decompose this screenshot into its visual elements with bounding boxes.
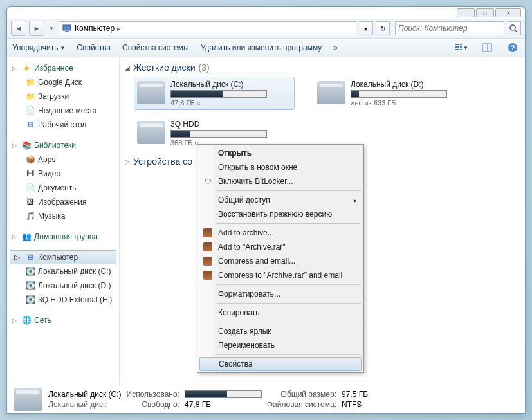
sidebar-item-recent[interactable]: 📄Недавние места	[10, 104, 116, 118]
ctx-share[interactable]: Общий доступ▸	[199, 193, 362, 207]
free-value: 47,8 ГБ	[185, 400, 262, 409]
network-group[interactable]: ▷🌐Сеть	[10, 313, 116, 327]
used-label: Использовано:	[127, 390, 179, 399]
search-box[interactable]	[395, 21, 504, 35]
drive-d[interactable]: Локальный диск (D:) дно из 833 ГБ	[314, 77, 475, 110]
back-button[interactable]: ◄	[11, 21, 26, 36]
homegroup[interactable]: ▷👥Домашняя группа	[10, 230, 116, 244]
ctx-open[interactable]: Открыть	[199, 146, 362, 160]
history-dropdown[interactable]: ▼	[47, 21, 56, 36]
sidebar-item-apps[interactable]: 📦Apps	[10, 152, 116, 167]
hard-disks-section[interactable]: ◢ Жесткие диски (3)	[125, 62, 520, 73]
usage-bar	[170, 90, 267, 98]
drive-icon: 💽	[25, 266, 35, 277]
ctx-add-to-rar[interactable]: Add to "Archive.rar"	[199, 240, 362, 254]
libraries-icon: 📚	[21, 140, 32, 151]
status-drive-type: Локальный диск	[48, 400, 122, 409]
svg-rect-1	[65, 31, 69, 32]
svg-rect-7	[460, 44, 462, 45]
address-text: Компьютер	[75, 24, 115, 33]
svg-rect-5	[455, 46, 459, 48]
drive-c[interactable]: Локальный диск (C:) 47,8 ГБ с	[134, 77, 295, 110]
favorites-group[interactable]: ▷★Избранное	[10, 61, 116, 75]
ctx-open-new-window[interactable]: Открыть в новом окне	[199, 160, 362, 174]
navigation-pane: ▷★Избранное 📁Google Диск 📁Загрузки 📄Неда…	[7, 57, 120, 385]
drive-name: 3Q HDD	[170, 120, 291, 129]
preview-pane-button[interactable]	[480, 41, 494, 55]
search-input[interactable]	[396, 24, 504, 33]
folder-icon: 📁	[25, 91, 35, 102]
address-dropdown[interactable]: ▾	[359, 21, 373, 35]
star-icon: ★	[21, 63, 32, 73]
desktop-icon: 🖥	[25, 120, 35, 130]
ctx-rename[interactable]: Переименовать	[199, 338, 362, 352]
status-drive-name: Локальный диск (C:)	[48, 390, 122, 399]
drive-free: 47,8 ГБ с	[170, 99, 291, 107]
toolbar: Упорядочить▼ Свойства Свойства системы У…	[7, 38, 525, 57]
content-area: ▷★Избранное 📁Google Диск 📁Загрузки 📄Неда…	[7, 57, 525, 385]
folder-icon: 📁	[25, 77, 35, 87]
ctx-compress-email[interactable]: Compress and email...	[199, 254, 362, 268]
ctx-copy[interactable]: Копировать	[199, 306, 362, 320]
documents-icon: 📄	[25, 183, 35, 193]
sidebar-item-downloads[interactable]: 📁Загрузки	[10, 89, 116, 104]
organize-menu[interactable]: Упорядочить▼	[12, 43, 65, 52]
svg-rect-0	[63, 25, 71, 30]
sidebar-item-videos[interactable]: 🎞Видео	[10, 167, 116, 181]
ctx-bitlocker[interactable]: 🛡Включить BitLocker...	[199, 174, 362, 188]
titlebar: ― □ ✕	[7, 7, 525, 19]
search-button[interactable]	[507, 21, 521, 35]
winrar-icon	[203, 242, 213, 252]
ctx-format[interactable]: Форматировать...	[199, 287, 362, 301]
properties-button[interactable]: Свойства	[77, 43, 111, 52]
usage-bar	[170, 130, 267, 138]
sidebar-drive-d[interactable]: 💽Локальный диск (D:)	[10, 278, 116, 293]
free-label: Свободно:	[127, 400, 179, 409]
collapse-icon: ◢	[125, 64, 130, 71]
libraries-group[interactable]: ▷📚Библиотеки	[10, 138, 116, 152]
shield-icon: 🛡	[203, 176, 213, 187]
sidebar-item-music[interactable]: 🎵Музыка	[10, 209, 116, 223]
refresh-button[interactable]: ↻	[376, 21, 390, 35]
uninstall-button[interactable]: Удалить или изменить программу	[201, 43, 322, 52]
network-icon: 🌐	[21, 315, 32, 325]
ctx-compress-rar-email[interactable]: Compress to "Archive.rar" and email	[199, 268, 362, 282]
help-button[interactable]: ?	[506, 41, 520, 55]
svg-rect-8	[460, 46, 462, 48]
pictures-icon: 🖼	[25, 197, 35, 207]
drive-icon	[14, 388, 42, 411]
drive-icon: 💽	[25, 280, 35, 291]
sidebar-drive-e[interactable]: 💽3Q HDD External (E:)	[10, 293, 116, 307]
ctx-add-to-archive[interactable]: Add to archive...	[199, 226, 362, 240]
svg-rect-10	[482, 44, 491, 51]
minimize-button[interactable]: ―	[457, 8, 475, 17]
forward-button[interactable]: ►	[29, 21, 44, 36]
address-bar[interactable]: Компьютер ▸	[59, 21, 356, 35]
computer-group[interactable]: ▷🖥Компьютер	[10, 250, 116, 264]
drive-icon	[137, 121, 165, 144]
ctx-create-shortcut[interactable]: Создать ярлык	[199, 324, 362, 338]
breadcrumb-arrow-icon[interactable]: ▸	[117, 25, 120, 32]
explorer-window: ― □ ✕ ◄ ► ▼ Компьютер ▸ ▾ ↻ Упорядочить▼…	[6, 6, 526, 414]
view-mode-button[interactable]: ▼	[454, 41, 468, 55]
system-properties-button[interactable]: Свойства системы	[122, 43, 189, 52]
maximize-button[interactable]: □	[476, 8, 494, 17]
sidebar-item-google-drive[interactable]: 📁Google Диск	[10, 75, 116, 89]
video-icon: 🎞	[25, 169, 35, 179]
sidebar-item-pictures[interactable]: 🖼Изображения	[10, 195, 116, 209]
svg-text:?: ?	[511, 44, 515, 51]
winrar-icon	[203, 270, 213, 280]
toolbar-overflow[interactable]: »	[333, 43, 338, 52]
details-pane: Локальный диск (C:) Использовано: Общий …	[7, 385, 525, 413]
total-value: 97,5 ГБ	[342, 390, 368, 399]
apps-icon: 📦	[25, 154, 35, 165]
sidebar-drive-c[interactable]: 💽Локальный диск (C:)	[10, 264, 116, 278]
svg-rect-4	[455, 44, 459, 45]
used-bar	[185, 390, 262, 398]
sidebar-item-desktop[interactable]: 🖥Рабочий стол	[10, 118, 116, 132]
close-button[interactable]: ✕	[495, 8, 521, 17]
ctx-properties[interactable]: Свойства	[199, 357, 362, 371]
sidebar-item-documents[interactable]: 📄Документы	[10, 181, 116, 195]
ctx-restore-version[interactable]: Восстановить прежнюю версию	[199, 207, 362, 221]
music-icon: 🎵	[25, 211, 35, 221]
